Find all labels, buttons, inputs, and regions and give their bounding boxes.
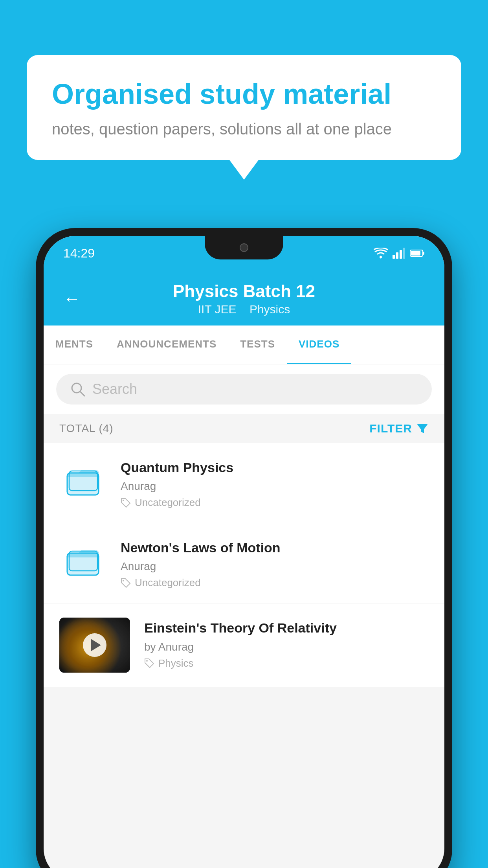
search-input-wrap[interactable]: Search bbox=[56, 374, 432, 405]
videos-list: Quantum Physics Anurag Uncategorized bbox=[44, 443, 444, 687]
play-triangle-icon bbox=[91, 639, 101, 651]
bubble-subtitle: notes, question papers, solutions all at… bbox=[52, 120, 436, 138]
video-author-1: Anurag bbox=[121, 480, 429, 493]
status-icons bbox=[374, 248, 425, 259]
status-bar: 14:29 bbox=[44, 236, 444, 270]
tag-label-3: Physics bbox=[158, 657, 194, 669]
svg-rect-1 bbox=[393, 255, 395, 259]
search-placeholder: Search bbox=[92, 381, 137, 397]
signal-icon bbox=[393, 248, 405, 259]
header-title: Physics Batch 12 bbox=[92, 281, 396, 301]
svg-rect-6 bbox=[423, 252, 424, 255]
wifi-icon bbox=[374, 248, 388, 259]
video-author-3: by Anurag bbox=[144, 641, 429, 653]
folder-icon bbox=[65, 543, 101, 579]
speech-bubble-container: Organised study material notes, question… bbox=[27, 55, 461, 160]
list-item[interactable]: Einstein's Theory Of Relativity by Anura… bbox=[44, 603, 444, 687]
video-title-3: Einstein's Theory Of Relativity bbox=[144, 619, 429, 636]
speech-bubble: Organised study material notes, question… bbox=[27, 55, 461, 160]
tag-label-2: Uncategorized bbox=[135, 577, 201, 589]
filter-label: FILTER bbox=[369, 422, 412, 435]
svg-point-18 bbox=[123, 580, 124, 581]
svg-rect-2 bbox=[396, 252, 398, 259]
video-title-2: Newton's Laws of Motion bbox=[121, 539, 429, 556]
filter-icon bbox=[416, 422, 429, 435]
tag-label-1: Uncategorized bbox=[135, 497, 201, 509]
folder-icon bbox=[65, 463, 101, 498]
list-item[interactable]: Quantum Physics Anurag Uncategorized bbox=[44, 443, 444, 523]
phone-container: 14:29 bbox=[36, 228, 452, 868]
filter-bar: TOTAL (4) FILTER bbox=[44, 414, 444, 443]
folder-icon-wrap-1 bbox=[59, 457, 106, 504]
tag-icon bbox=[121, 578, 131, 588]
tab-ments[interactable]: MENTS bbox=[44, 326, 105, 364]
notch bbox=[205, 236, 283, 259]
video-tag-2: Uncategorized bbox=[121, 577, 429, 589]
video-tag-3: Physics bbox=[144, 657, 429, 669]
svg-point-8 bbox=[72, 383, 81, 393]
search-container: Search bbox=[44, 364, 444, 414]
camera-dot bbox=[240, 243, 248, 252]
svg-rect-7 bbox=[411, 251, 420, 256]
video-tag-1: Uncategorized bbox=[121, 497, 429, 509]
tag-icon bbox=[121, 498, 131, 508]
header-subtitle-physics: Physics bbox=[250, 303, 290, 316]
phone-screen: 14:29 bbox=[44, 236, 444, 868]
tag-icon bbox=[144, 658, 154, 668]
svg-marker-10 bbox=[417, 424, 428, 433]
tab-tests[interactable]: TESTS bbox=[228, 326, 287, 364]
back-button[interactable]: ← bbox=[63, 289, 81, 309]
video-info-2: Newton's Laws of Motion Anurag Uncategor… bbox=[121, 537, 429, 589]
tab-videos[interactable]: VIDEOS bbox=[287, 326, 351, 364]
total-count: TOTAL (4) bbox=[59, 422, 114, 435]
play-button[interactable] bbox=[83, 633, 106, 657]
svg-point-19 bbox=[146, 660, 148, 662]
app-header: ← Physics Batch 12 IIT JEE Physics bbox=[44, 270, 444, 326]
video-author-2: Anurag bbox=[121, 560, 429, 573]
svg-line-9 bbox=[81, 392, 84, 396]
battery-icon bbox=[410, 249, 425, 257]
svg-rect-3 bbox=[400, 250, 402, 259]
svg-point-14 bbox=[123, 500, 124, 501]
svg-point-0 bbox=[380, 256, 382, 258]
header-subtitle-iitjee: IIT JEE bbox=[198, 303, 237, 316]
list-item[interactable]: Newton's Laws of Motion Anurag Uncategor… bbox=[44, 523, 444, 603]
header-title-area: Physics Batch 12 IIT JEE Physics bbox=[92, 281, 396, 316]
tab-announcements[interactable]: ANNOUNCEMENTS bbox=[105, 326, 228, 364]
folder-icon-wrap-2 bbox=[59, 537, 106, 585]
video-info-1: Quantum Physics Anurag Uncategorized bbox=[121, 457, 429, 509]
svg-rect-4 bbox=[403, 248, 405, 259]
video-info-3: Einstein's Theory Of Relativity by Anura… bbox=[144, 618, 429, 669]
bubble-title: Organised study material bbox=[52, 77, 436, 111]
tabs-container: MENTS ANNOUNCEMENTS TESTS VIDEOS bbox=[44, 326, 444, 364]
phone-outer: 14:29 bbox=[36, 228, 452, 868]
video-thumbnail-3 bbox=[59, 618, 130, 673]
search-icon bbox=[70, 382, 85, 397]
filter-button[interactable]: FILTER bbox=[369, 422, 429, 435]
status-time: 14:29 bbox=[63, 246, 95, 261]
header-subtitle: IIT JEE Physics bbox=[92, 303, 396, 316]
video-title-1: Quantum Physics bbox=[121, 459, 429, 476]
